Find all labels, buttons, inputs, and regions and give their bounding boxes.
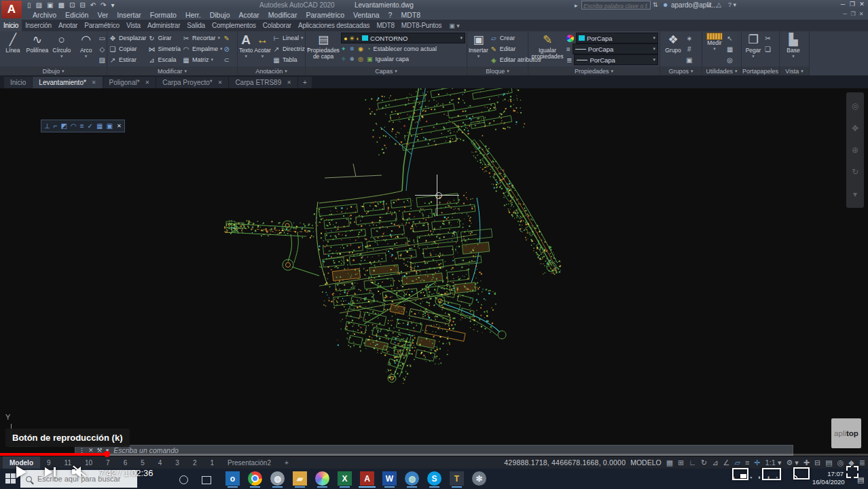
ellipse-tool-icon[interactable]: ◇ [99,44,105,54]
layer-walk-icon[interactable]: ▣ [367,56,373,62]
fillet-button[interactable]: ◠Empalme▾ [182,43,223,54]
group-select-icon[interactable]: ▣ [686,55,692,65]
layer-off-icon[interactable]: ✧ [341,56,346,62]
new-file-icon[interactable]: ▯ [27,1,31,9]
object-color-selector[interactable]: PorCapa▾ [576,33,658,43]
windows-start-button[interactable] [5,473,16,484]
ribbon-tab-mdt8-puntos[interactable]: MDT8-Puntos [398,20,446,31]
search-collapse-icon[interactable]: ▸ [575,2,578,9]
close-icon[interactable]: ✕ [145,79,150,86]
ribbon-tab-insercion[interactable]: Inserción [22,20,55,31]
file-explorer-icon[interactable]: ▰ [293,471,307,486]
table-button[interactable]: ▦Tabla [272,54,310,65]
menu-item[interactable]: Insertar [117,11,141,19]
menu-item[interactable]: Acotar [238,11,259,19]
menu-item[interactable]: Formato [150,11,177,19]
autocad-app-button[interactable]: A [1,1,22,18]
group-edit-icon[interactable]: # [686,44,692,54]
erase-icon[interactable]: ✎ [224,33,230,43]
otrack-icon[interactable]: ∠ [723,458,730,467]
layout-tab-6[interactable]: 6 [117,456,134,469]
layout-tab-7[interactable]: 7 [99,456,117,469]
snap-icon[interactable]: ⊞ [678,458,684,467]
mdt-app-icon[interactable]: T [450,471,464,486]
panel-label-utilidades[interactable]: Utilidades▾ [702,67,741,75]
mdt-floating-toolbar[interactable]: ⊥⌐◩◠≡✓▦▣ ✕ [41,120,125,132]
file-tab-poligonal[interactable]: Poligonal*✕ [103,77,156,88]
isolate-objects-icon[interactable]: ◎ [837,458,844,467]
ribbon-tab-salida[interactable]: Salida [183,20,209,31]
ungroup-icon[interactable]: ∗ [686,33,692,43]
navigation-bar[interactable]: ◎✥⊕↻▾ [846,92,864,208]
mdt-tool-icon-7[interactable]: ▦ [96,122,103,130]
layout-tab-4[interactable]: 4 [151,456,169,469]
id-point-icon[interactable]: ◎ [727,55,733,65]
group-button[interactable]: ❖Grupo [662,33,685,54]
ribbon-tab-vista[interactable]: Vista [123,20,144,31]
layer-isolate-icon[interactable]: ◉ [358,46,363,52]
task-view-icon[interactable] [202,476,211,484]
color-wheel-app-icon[interactable] [315,471,329,486]
next-button[interactable] [45,467,57,477]
miniplayer-button[interactable] [732,468,748,480]
ribbon-tab-aplicaciones[interactable]: Aplicaciones destacadas [295,20,373,31]
word-icon[interactable]: W [382,471,397,486]
menu-item[interactable]: Dibujo [210,11,230,19]
annotation-monitor-icon[interactable]: ✚ [803,458,810,467]
ribbon-display-toggle-icon[interactable]: ▣ ▾ [445,20,464,31]
quick-select-icon[interactable]: ↖ [727,33,733,43]
text-button[interactable]: ATexto▾ [239,33,253,59]
osnap-icon[interactable]: ▱ [734,458,740,467]
linetype-selector[interactable]: PorCapa▾ [574,54,658,65]
cast-button[interactable] [793,467,810,479]
menu-item[interactable]: ? [388,11,393,19]
menu-item[interactable]: Paramétrico [306,11,344,19]
ribbon-tab-administrar[interactable]: Administrar [144,20,183,31]
ortho-icon[interactable]: ∟ [689,458,696,467]
file-tab-carpa-proyecto[interactable]: Carpa Proyecto*✕ [156,77,228,88]
layer-freeze-icon[interactable]: ❄ [350,46,355,52]
qat-customize-icon[interactable]: ▾ [111,1,114,9]
polar-tracking-icon[interactable]: ↻ [701,458,707,467]
leader-button[interactable]: ↗Directriz▾ [272,43,310,54]
rectangle-tool-icon[interactable]: ▭ [99,33,105,43]
trim-button[interactable]: ✂Recortar▾ [182,33,223,43]
model-space-toggle[interactable]: MODELO [630,458,662,467]
copy-clip-icon[interactable]: ❏ [765,44,771,54]
mute-icon[interactable] [72,467,87,477]
layout-tab-2[interactable]: 2 [186,456,204,469]
drawing-viewport[interactable] [0,88,868,469]
close-icon[interactable]: ✕ [218,79,223,86]
ribbon-tab-inicio[interactable]: Inicio [0,20,22,31]
help-search-box[interactable] [581,1,651,10]
undo-icon[interactable]: ↶ [90,1,96,9]
layer-color-icon[interactable]: ◔ [367,46,370,52]
close-button[interactable]: ✕ [857,1,867,7]
layout-tab-1[interactable]: 1 [203,456,221,469]
restore-button[interactable]: ❐ [848,1,857,7]
scale-button[interactable]: ⊿Escala [148,54,181,65]
file-tab-carpa-etrs89[interactable]: Carpa ETRS89✕ [229,77,297,88]
autodesk-account-icon[interactable]: ⇅ [653,1,658,8]
menu-item[interactable]: Modificar [268,11,297,19]
mdt-tool-icon-2[interactable]: ⌐ [54,122,58,130]
annotation-scale-label[interactable]: 1:1 ▾ [765,458,782,467]
cortana-icon[interactable] [179,475,188,484]
layer-properties-button[interactable]: ▤Propiedades de capa [307,33,340,60]
measure-button[interactable]: Medir▾ [704,33,725,52]
layout-tab-presentacion2[interactable]: Presentación2 [221,456,278,469]
arc-button[interactable]: ◠Arco▾ [75,33,98,59]
layer-thaw-icon[interactable]: ❄ [350,56,355,62]
move-button[interactable]: ✥Desplazar [109,33,147,43]
orbit-icon[interactable]: ↻ [852,167,858,177]
theater-mode-button[interactable] [762,468,781,480]
close-icon[interactable]: ✕ [287,79,291,86]
mdt-tool-icon-1[interactable]: ⊥ [44,122,50,130]
quick-calc-icon[interactable]: ▦ [727,44,733,54]
paste-button[interactable]: ❐Pegar▾ [743,33,763,59]
circle-button[interactable]: ○Círculo▾ [50,33,73,59]
lineweight-selector[interactable]: PorCapa▾ [573,43,658,54]
plot-icon[interactable]: ⊡ [69,1,75,9]
help-search-input[interactable] [582,3,649,10]
panel-label-anotacion[interactable]: Anotación▾ [238,67,305,75]
